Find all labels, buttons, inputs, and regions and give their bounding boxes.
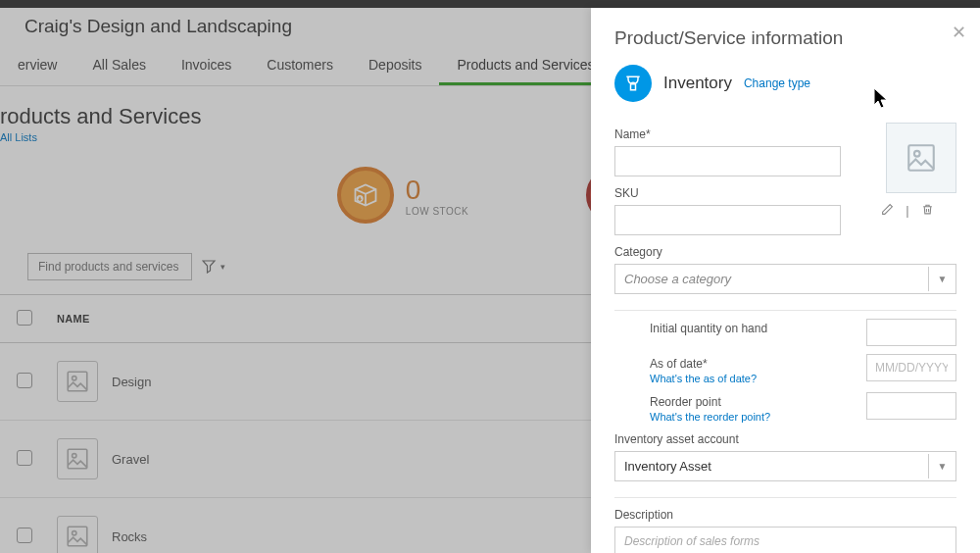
sku-input[interactable] <box>614 205 841 235</box>
reorder-point-label: Reorder point <box>650 395 721 409</box>
change-type-link[interactable]: Change type <box>744 76 810 90</box>
mouse-cursor <box>872 86 892 115</box>
image-placeholder[interactable] <box>886 123 956 193</box>
close-icon[interactable]: ✕ <box>952 22 966 43</box>
product-service-panel: ✕ Product/Service information Inventory … <box>591 8 980 553</box>
name-input[interactable] <box>614 146 841 176</box>
reorder-point-help-link[interactable]: What's the reorder point? <box>650 411 770 423</box>
as-of-date-help-link[interactable]: What's the as of date? <box>650 373 757 384</box>
type-name: Inventory <box>663 74 732 93</box>
as-of-date-label: As of date* <box>650 357 708 371</box>
panel-title: Product/Service information <box>614 27 956 49</box>
asset-account-label: Inventory asset account <box>614 432 956 446</box>
initial-qty-input[interactable] <box>866 319 956 346</box>
sku-label: SKU <box>614 186 841 200</box>
edit-image-icon[interactable] <box>881 203 894 219</box>
delete-image-icon[interactable] <box>921 203 934 219</box>
svg-point-10 <box>914 151 920 157</box>
category-label: Category <box>614 245 956 259</box>
chevron-down-icon: ▼ <box>928 267 956 291</box>
description-label: Description <box>614 508 956 522</box>
description-textarea[interactable]: Description of sales forms <box>614 527 956 553</box>
initial-qty-label: Initial quantity on hand <box>650 322 767 335</box>
category-select[interactable]: Choose a category ▼ <box>614 264 956 294</box>
name-label: Name* <box>614 127 841 141</box>
action-divider: | <box>906 203 908 219</box>
reorder-point-input[interactable] <box>866 392 956 420</box>
as-of-date-input[interactable] <box>866 354 956 381</box>
inventory-type-icon <box>614 65 652 102</box>
asset-account-select[interactable]: Inventory Asset ▼ <box>614 451 956 481</box>
chevron-down-icon: ▼ <box>928 454 956 478</box>
